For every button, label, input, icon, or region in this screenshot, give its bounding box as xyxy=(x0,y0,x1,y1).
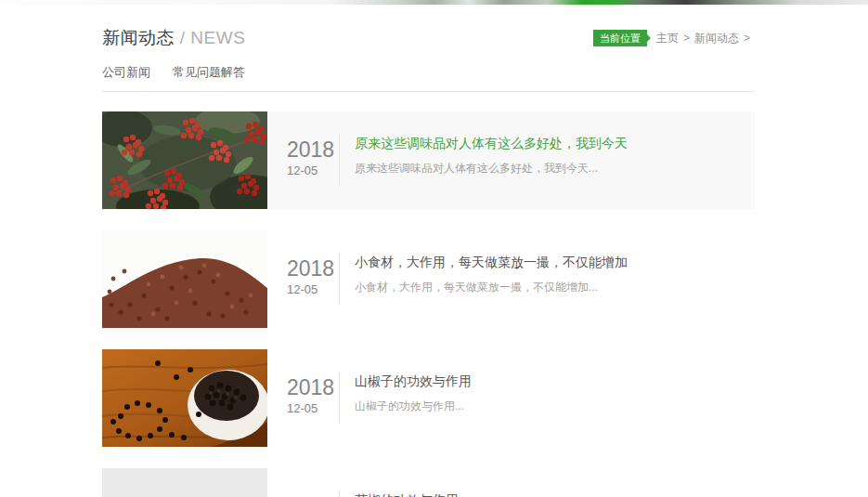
pepper-bowl-thumbnail-image[interactable] xyxy=(102,349,267,447)
news-date-block: 2018 12-05 xyxy=(267,349,339,447)
news-year: 2018 xyxy=(287,376,339,399)
top-banner-photo-edge xyxy=(0,0,868,5)
news-title-link[interactable]: 山椒子的功效与作用 xyxy=(355,373,755,390)
breadcrumb-location-badge: 当前位置 xyxy=(593,30,647,46)
news-title-link[interactable]: 原来这些调味品对人体有这么多好处，我到今天 xyxy=(355,135,755,152)
breadcrumb-home-link[interactable]: 主页 xyxy=(656,31,679,46)
news-date-block: 2018 12-05 xyxy=(267,230,339,328)
news-month-day: 12-05 xyxy=(287,163,339,177)
news-item-content: 小食材，大作用，每天做菜放一撮，不仅能增加 小食材，大作用，每天做菜放一撮，不仅… xyxy=(340,230,755,328)
breadcrumb: 当前位置 主页 > 新闻动态 > xyxy=(593,30,755,46)
red-berries-thumbnail-image[interactable] xyxy=(102,111,267,209)
breadcrumb-separator: > xyxy=(683,32,690,45)
news-title-link[interactable]: 花椒的功效与作用 xyxy=(355,491,755,497)
news-item-content: 原来这些调味品对人体有这么多好处，我到今天 原来这些调味品对人体有这么多好处，我… xyxy=(340,111,755,209)
breadcrumb-current-link[interactable]: 新闻动态 xyxy=(694,31,739,46)
news-month-day: 12-05 xyxy=(287,401,339,415)
page-title-separator: / xyxy=(180,28,186,47)
placeholder-thumbnail-image[interactable] xyxy=(102,468,267,497)
content-container: 新闻动态 / NEWS 当前位置 主页 > 新闻动态 > 公司新闻 常见问题解答 xyxy=(102,26,755,497)
page-title-en: NEWS xyxy=(190,28,245,47)
news-item-content: 花椒的功效与作用 花椒的功效与作用... xyxy=(340,468,755,497)
news-category-tabs: 公司新闻 常见问题解答 xyxy=(102,64,755,92)
page-header: 新闻动态 / NEWS 当前位置 主页 > 新闻动态 > xyxy=(102,26,755,50)
page-title-cn: 新闻动态 xyxy=(102,28,175,47)
news-summary: 原来这些调味品对人体有这么多好处，我到今天... xyxy=(355,161,755,177)
news-page: 新闻动态 / NEWS 当前位置 主页 > 新闻动态 > 公司新闻 常见问题解答 xyxy=(0,0,868,497)
news-year: 2018 xyxy=(287,138,339,161)
peppercorn-pile-thumbnail-image[interactable] xyxy=(102,230,267,328)
tab-company-news[interactable]: 公司新闻 xyxy=(102,64,150,81)
news-summary: 山椒子的功效与作用... xyxy=(355,399,755,414)
news-item-1[interactable]: 2018 12-05 原来这些调味品对人体有这么多好处，我到今天 原来这些调味品… xyxy=(102,111,755,209)
news-item-3[interactable]: 2018 12-05 山椒子的功效与作用 山椒子的功效与作用... xyxy=(102,349,755,447)
news-item-content: 山椒子的功效与作用 山椒子的功效与作用... xyxy=(340,349,755,447)
news-month-day: 12-05 xyxy=(287,282,339,296)
news-title-link[interactable]: 小食材，大作用，每天做菜放一撮，不仅能增加 xyxy=(355,254,755,271)
news-date-block: 2018 12-05 xyxy=(267,111,339,209)
news-date-block: 2018 12-05 xyxy=(267,468,339,497)
tab-faq[interactable]: 常见问题解答 xyxy=(173,64,245,81)
breadcrumb-separator-trailing: > xyxy=(744,32,750,45)
news-item-4[interactable]: 2018 12-05 花椒的功效与作用 花椒的功效与作用... xyxy=(102,468,755,497)
news-list: 2018 12-05 原来这些调味品对人体有这么多好处，我到今天 原来这些调味品… xyxy=(102,111,755,497)
page-title: 新闻动态 / NEWS xyxy=(102,26,245,50)
news-summary: 小食材，大作用，每天做菜放一撮，不仅能增加... xyxy=(355,280,755,295)
news-item-2[interactable]: 2018 12-05 小食材，大作用，每天做菜放一撮，不仅能增加 小食材，大作用… xyxy=(102,230,755,328)
news-year: 2018 xyxy=(287,257,339,280)
